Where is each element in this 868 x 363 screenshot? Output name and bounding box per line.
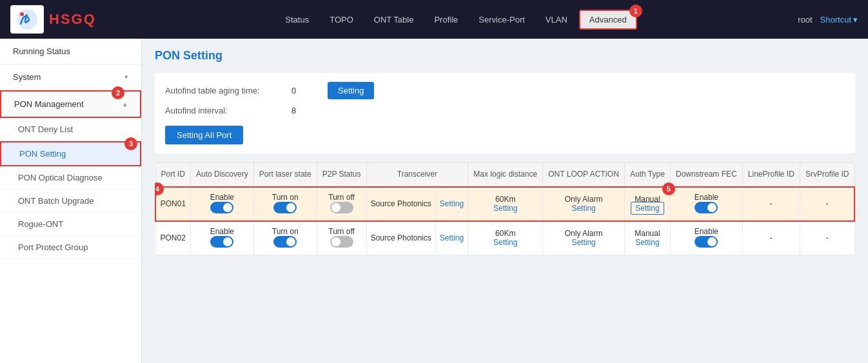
aging-time-label: Autofind table aging time: (165, 86, 281, 95)
logo-icon (14, 8, 40, 31)
auto-disc-label-1: Enable (195, 193, 250, 202)
th-srv-profile: SrvProfile ID (800, 163, 854, 187)
downstream-toggle-1[interactable] (695, 202, 718, 213)
cell-max-dist-2: 60Km Setting (468, 221, 543, 255)
cell-trans-setting-1[interactable]: Setting (435, 187, 468, 221)
logo-area: HSGQ (10, 5, 96, 34)
nav-advanced-badge: 1 (629, 5, 642, 17)
sidebar: Running Status System ▾ PON Management ▴… (0, 39, 142, 363)
aging-time-value: 0 (291, 86, 317, 95)
cell-p2p-2: Turn off (317, 221, 366, 255)
nav-ont-table[interactable]: ONT Table (365, 11, 423, 28)
cell-port-id: 4 PON01 (155, 187, 190, 221)
cell-line-profile-2: - (742, 221, 800, 255)
main-nav: Status TOPO ONT Table Profile Service-Po… (115, 10, 798, 30)
th-line-profile: LineProfile ID (742, 163, 800, 187)
cell-srv-profile-2: - (800, 221, 854, 255)
cell-downstream-1: Enable (670, 187, 742, 221)
sidebar-item-running-status[interactable]: Running Status (0, 39, 141, 64)
pon-table: Port ID Auto Discovery Port laser state … (155, 162, 855, 255)
cell-loop-action-1: Only Alarm Setting (543, 187, 625, 221)
cell-auto-disc-1: Enable (190, 187, 253, 221)
interval-label: Autofind interval: (165, 106, 281, 115)
header: HSGQ Status TOPO ONT Table Profile Servi… (0, 0, 868, 39)
pon-settings-form: Autofind table aging time: 0 Setting Aut… (155, 73, 855, 153)
sidebar-item-port-protect-group[interactable]: Port Protect Group (0, 236, 141, 259)
th-auto-discovery: Auto Discovery (190, 163, 253, 187)
sidebar-item-ont-batch-upgrade[interactable]: ONT Batch Upgrade (0, 190, 141, 213)
pon-settings-table: Port ID Auto Discovery Port laser state … (155, 162, 855, 255)
nav-status[interactable]: Status (276, 11, 318, 28)
cell-transceiver-2: Source Photonics (366, 221, 435, 255)
cell-auto-disc-2: Enable (190, 221, 253, 255)
setting-button[interactable]: Setting (328, 82, 374, 99)
interval-row: Autofind interval: 8 (165, 106, 845, 115)
auto-disc-toggle-1[interactable] (210, 202, 233, 213)
th-auth-type: Auth Type (624, 163, 670, 187)
cell-auth-type-1: Manual Setting 5 (624, 187, 670, 221)
sidebar-item-pon-optical-diagnose[interactable]: PON Optical Diagnose (0, 166, 141, 190)
header-user: root (798, 15, 812, 25)
th-loop-action: ONT LOOP ACTION (543, 163, 625, 187)
header-right: root Shortcut ▾ (798, 15, 858, 25)
interval-value: 8 (291, 106, 317, 115)
nav-profile[interactable]: Profile (425, 11, 467, 28)
cell-port-laser-2: Turn on (253, 221, 317, 255)
brand-name: HSGQ (49, 11, 96, 28)
sidebar-item-rogue-ont[interactable]: Rogue-ONT (0, 213, 141, 236)
cell-transceiver-1: Source Photonics (366, 187, 435, 221)
svg-point-1 (20, 12, 24, 16)
page-title: PON Setting (155, 49, 855, 63)
main-content: PON Setting Autofind table aging time: 0… (142, 39, 868, 363)
setting-all-port-button[interactable]: Setting All Port (165, 126, 243, 144)
nav-topo[interactable]: TOPO (321, 11, 362, 28)
cell-srv-profile-1: - (800, 187, 854, 221)
th-max-dist: Max logic distance (468, 163, 543, 187)
nav-service-port[interactable]: Service-Port (469, 11, 534, 28)
cell-downstream-2: Enable (670, 221, 742, 255)
table-header-row: Port ID Auto Discovery Port laser state … (155, 163, 854, 187)
cell-port-laser-1: Turn on (253, 187, 317, 221)
aging-time-row: Autofind table aging time: 0 Setting (165, 82, 845, 99)
auto-disc-toggle-2[interactable] (210, 236, 233, 248)
cell-p2p-1: Turn off (317, 187, 366, 221)
logo-box (10, 5, 44, 34)
cell-loop-action-2: Only Alarm Setting (543, 221, 625, 255)
shortcut-menu[interactable]: Shortcut ▾ (820, 15, 858, 25)
cell-line-profile-1: - (742, 187, 800, 221)
table-row: 4 PON01 Enable Turn on (155, 187, 854, 221)
th-transceiver: Transceiver (366, 163, 468, 187)
auth-setting-badge: 5 (662, 182, 675, 195)
cell-trans-setting-2[interactable]: Setting (435, 221, 468, 255)
sidebar-item-pon-management[interactable]: PON Management ▴ 2 (0, 90, 141, 118)
layout: Running Status System ▾ PON Management ▴… (0, 39, 868, 363)
sidebar-item-ont-deny-list[interactable]: ONT Deny List (0, 118, 141, 141)
p2p-toggle-1[interactable] (330, 202, 353, 213)
port-laser-toggle-2[interactable] (273, 236, 297, 248)
port-laser-toggle-1[interactable] (273, 202, 297, 213)
nav-advanced[interactable]: Advanced 1 (579, 10, 637, 30)
cell-max-dist-1: 60Km Setting (468, 187, 543, 221)
p2p-toggle-2[interactable] (330, 236, 353, 248)
th-p2p-status: P2P Status (317, 163, 366, 187)
pon-mgmt-badge: 2 (112, 86, 124, 99)
th-downstream: Downstream FEC (670, 163, 742, 187)
chevron-icon: ▾ (124, 73, 128, 81)
cell-port-id-2: PON02 (155, 221, 190, 255)
cell-auth-type-2: Manual Setting (624, 221, 670, 255)
table-row: PON02 Enable Turn on (155, 221, 854, 255)
downstream-toggle-2[interactable] (695, 236, 718, 248)
th-port-laser: Port laser state (253, 163, 317, 187)
chevron-down-icon: ▾ (853, 15, 858, 25)
sidebar-item-pon-setting[interactable]: PON Setting 3 (0, 141, 141, 166)
chevron-icon: ▴ (123, 100, 127, 108)
svg-point-0 (17, 9, 37, 30)
pon-setting-badge: 3 (124, 137, 137, 150)
nav-vlan[interactable]: VLAN (537, 11, 577, 28)
